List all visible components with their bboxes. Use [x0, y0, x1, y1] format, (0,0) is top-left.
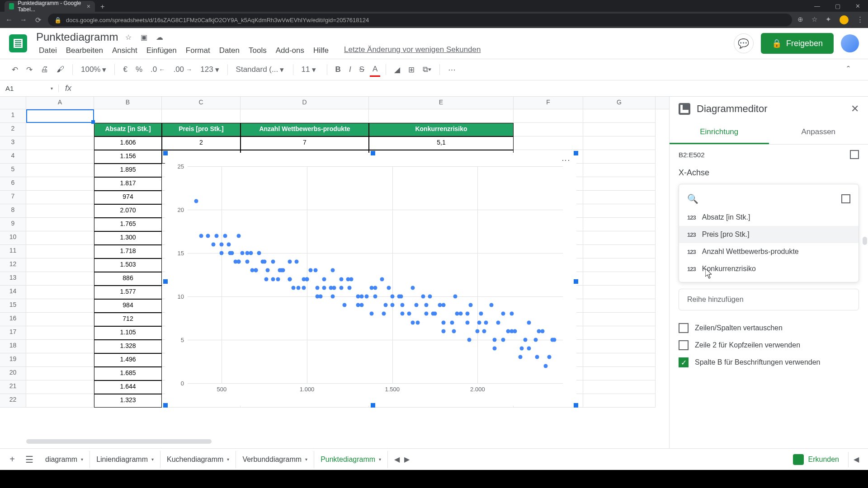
move-icon[interactable]: ▣ — [141, 33, 149, 41]
tab-setup[interactable]: Einrichtung — [670, 121, 769, 144]
menu-add-ons[interactable]: Add-ons — [273, 45, 307, 56]
url-input[interactable]: 🔒 docs.google.com/spreadsheets/d/16sZAG8… — [48, 14, 792, 26]
cell[interactable]: 2.070 — [94, 204, 162, 218]
cell[interactable]: 1.718 — [94, 245, 162, 258]
cell[interactable] — [583, 177, 656, 191]
sheet-tab[interactable]: Punktediagramm▾ — [314, 451, 388, 468]
row-header[interactable]: 21 — [0, 380, 26, 394]
cell[interactable]: 1.300 — [94, 231, 162, 245]
cell[interactable] — [583, 109, 656, 123]
sheet-tab-menu-icon[interactable]: ▾ — [81, 457, 83, 462]
cell[interactable] — [583, 340, 656, 353]
select-range-button[interactable] — [850, 150, 859, 159]
spreadsheet-grid[interactable]: ABCDEFG 12345678910111213141516171819202… — [0, 97, 669, 448]
use-row2-headers-checkbox[interactable]: Zeile 2 für Kopfzeilen verwenden — [679, 337, 859, 354]
sheet-tab-menu-icon[interactable]: ▾ — [151, 457, 154, 462]
cell[interactable]: 1.817 — [94, 177, 162, 191]
row-header[interactable]: 11 — [0, 245, 26, 258]
menu-einfügen[interactable]: Einfügen — [144, 45, 179, 56]
cell[interactable]: 1.577 — [94, 286, 162, 299]
cell[interactable]: 1.105 — [94, 326, 162, 340]
text-color-button[interactable]: A — [370, 63, 380, 77]
cell[interactable]: 984 — [94, 299, 162, 313]
cell[interactable] — [583, 258, 656, 272]
star-icon[interactable]: ☆ — [125, 33, 133, 41]
menu-hilfe[interactable]: Hilfe — [311, 45, 331, 56]
cell[interactable] — [583, 353, 656, 367]
menu-tools[interactable]: Tools — [246, 45, 269, 56]
cell[interactable] — [26, 367, 94, 380]
cell[interactable]: 974 — [94, 191, 162, 204]
cell[interactable] — [26, 218, 94, 231]
star-icon[interactable]: ☆ — [811, 15, 817, 24]
cell[interactable] — [26, 258, 94, 272]
cell[interactable] — [26, 191, 94, 204]
row-header[interactable]: 9 — [0, 218, 26, 231]
row-header[interactable]: 20 — [0, 367, 26, 380]
menu-ansicht[interactable]: Ansicht — [109, 45, 140, 56]
account-avatar[interactable] — [841, 34, 859, 52]
cell[interactable] — [26, 353, 94, 367]
cell[interactable]: Konkurrenzrisiko — [369, 123, 514, 136]
minimize-icon[interactable]: — — [807, 0, 827, 12]
new-tab-button[interactable]: + — [100, 3, 104, 12]
cell[interactable] — [583, 367, 656, 380]
menu-daten[interactable]: Daten — [217, 45, 242, 56]
row-header[interactable]: 8 — [0, 204, 26, 218]
panel-scrollbar[interactable] — [863, 237, 867, 245]
cell[interactable] — [583, 204, 656, 218]
borders-button[interactable]: ⊞ — [406, 63, 417, 76]
cell[interactable]: 1.765 — [94, 218, 162, 231]
cell[interactable] — [26, 204, 94, 218]
cell[interactable] — [26, 272, 94, 286]
cell[interactable] — [583, 394, 656, 408]
cell[interactable] — [26, 123, 94, 136]
menu-icon[interactable]: ⋮ — [857, 15, 863, 24]
number-format-button[interactable]: 123▾ — [198, 63, 222, 76]
sheet-tab[interactable]: Verbunddiagramm▾ — [236, 451, 314, 468]
all-sheets-button[interactable]: ☰ — [22, 452, 37, 467]
print-button[interactable]: 🖨 — [38, 63, 51, 76]
cell[interactable]: 1.323 — [94, 394, 162, 408]
forward-button[interactable]: → — [19, 15, 28, 24]
row-header[interactable]: 10 — [0, 231, 26, 245]
cell[interactable] — [26, 136, 94, 150]
switch-rows-cols-checkbox[interactable]: Zeilen/Spalten vertauschen — [679, 319, 859, 337]
cell[interactable] — [26, 109, 94, 123]
row-header[interactable]: 19 — [0, 353, 26, 367]
cell[interactable]: Absatz [in Stk.] — [94, 123, 162, 136]
extension-icon[interactable]: ✦ — [826, 15, 831, 24]
row-header[interactable]: 4 — [0, 150, 26, 164]
select-range-icon[interactable] — [841, 194, 850, 203]
row-header[interactable]: 15 — [0, 299, 26, 313]
browser-tab[interactable]: Punktediagramm - Google Tabel... × — [5, 1, 95, 12]
close-tab-icon[interactable]: × — [87, 3, 90, 10]
cell[interactable] — [26, 299, 94, 313]
cell-reference-input[interactable]: A1▾ — [0, 84, 59, 92]
sheet-tab[interactable]: Liniendiagramm▾ — [90, 451, 160, 468]
col-header-D[interactable]: D — [241, 97, 369, 109]
menu-bearbeiten[interactable]: Bearbeiten — [63, 45, 106, 56]
cell[interactable]: 1.156 — [94, 150, 162, 164]
row-header[interactable]: 13 — [0, 272, 26, 286]
back-button[interactable]: ← — [5, 15, 14, 24]
cell[interactable] — [583, 272, 656, 286]
merge-button[interactable]: ⧉▾ — [420, 63, 434, 76]
col-header-G[interactable]: G — [583, 97, 656, 109]
row-header[interactable]: 16 — [0, 313, 26, 326]
cell[interactable] — [26, 380, 94, 394]
maximize-icon[interactable]: ▢ — [827, 0, 848, 12]
percent-button[interactable]: % — [133, 63, 145, 76]
cell[interactable] — [583, 136, 656, 150]
cell[interactable] — [26, 245, 94, 258]
row-header[interactable]: 17 — [0, 326, 26, 340]
italic-button[interactable]: I — [346, 63, 354, 76]
cell[interactable]: 1.496 — [94, 353, 162, 367]
row-header[interactable]: 14 — [0, 286, 26, 299]
cell[interactable] — [162, 109, 241, 123]
row-header[interactable]: 22 — [0, 394, 26, 408]
sheet-tab-menu-icon[interactable]: ▾ — [305, 457, 307, 462]
sheet-nav-left[interactable]: ◀ — [394, 455, 400, 464]
fill-color-button[interactable]: ◢ — [392, 63, 403, 76]
cell[interactable]: 1.606 — [94, 136, 162, 150]
